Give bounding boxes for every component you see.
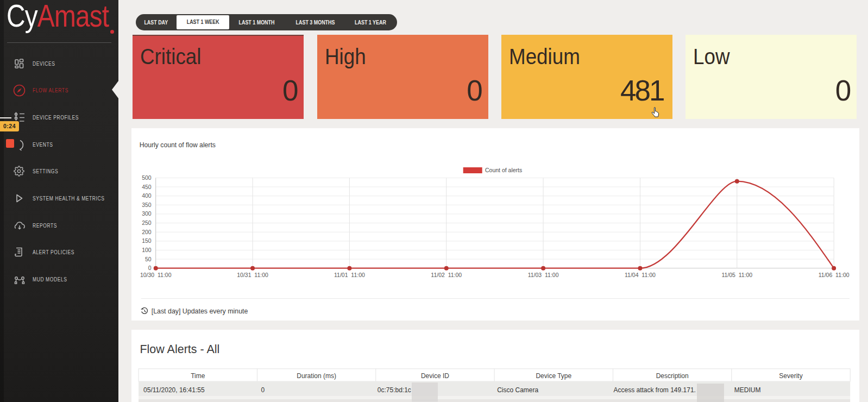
svg-text:300: 300 xyxy=(142,210,152,217)
svg-text:Flow Alerts - All: Flow Alerts - All xyxy=(140,343,220,356)
svg-text:0: 0 xyxy=(148,265,152,271)
svg-text:11/01 11:00: 11/01 11:00 xyxy=(334,272,365,278)
svg-text:[Last day] Updates every minut: [Last day] Updates every minute xyxy=(152,307,248,315)
svg-text:10/30 11:00: 10/30 11:00 xyxy=(140,272,172,278)
svg-text:0c:75:bd:1c: 0c:75:bd:1c xyxy=(378,386,411,394)
svg-text:150: 150 xyxy=(142,237,152,244)
svg-text:Duration (ms): Duration (ms) xyxy=(297,372,337,380)
svg-text:05/11/2020, 16:41:55: 05/11/2020, 16:41:55 xyxy=(143,386,205,394)
svg-text:250: 250 xyxy=(142,219,152,226)
svg-text:11/02 11:00: 11/02 11:00 xyxy=(431,272,462,278)
svg-text:Time: Time xyxy=(191,372,205,380)
svg-text:Count of alerts: Count of alerts xyxy=(485,167,522,173)
svg-text:10/31 11:00: 10/31 11:00 xyxy=(237,272,269,278)
svg-text:Severity: Severity xyxy=(779,372,803,380)
svg-text:Device ID: Device ID xyxy=(421,372,449,380)
svg-text:400: 400 xyxy=(142,192,152,199)
svg-text:11/05 11:00: 11/05 11:00 xyxy=(722,272,753,278)
svg-text:11/06 11:00: 11/06 11:00 xyxy=(819,272,850,278)
svg-text:50: 50 xyxy=(145,256,152,262)
svg-text:200: 200 xyxy=(142,229,152,235)
svg-text:Access attack from 149.171.: Access attack from 149.171. xyxy=(614,386,696,394)
svg-text:500: 500 xyxy=(142,174,152,181)
svg-text:11/03 11:00: 11/03 11:00 xyxy=(528,272,559,278)
svg-text:450: 450 xyxy=(142,184,152,190)
svg-text:Hourly count of flow alerts: Hourly count of flow alerts xyxy=(140,141,216,149)
svg-text:0: 0 xyxy=(261,386,265,394)
svg-text:350: 350 xyxy=(142,202,152,208)
svg-text:Description: Description xyxy=(656,372,689,380)
svg-text:Device Type: Device Type xyxy=(536,372,572,380)
svg-text:Cisco Camera: Cisco Camera xyxy=(497,386,538,394)
svg-text:11/04 11:00: 11/04 11:00 xyxy=(625,272,656,278)
svg-text:MEDIUM: MEDIUM xyxy=(734,386,761,394)
svg-text:100: 100 xyxy=(142,247,152,253)
